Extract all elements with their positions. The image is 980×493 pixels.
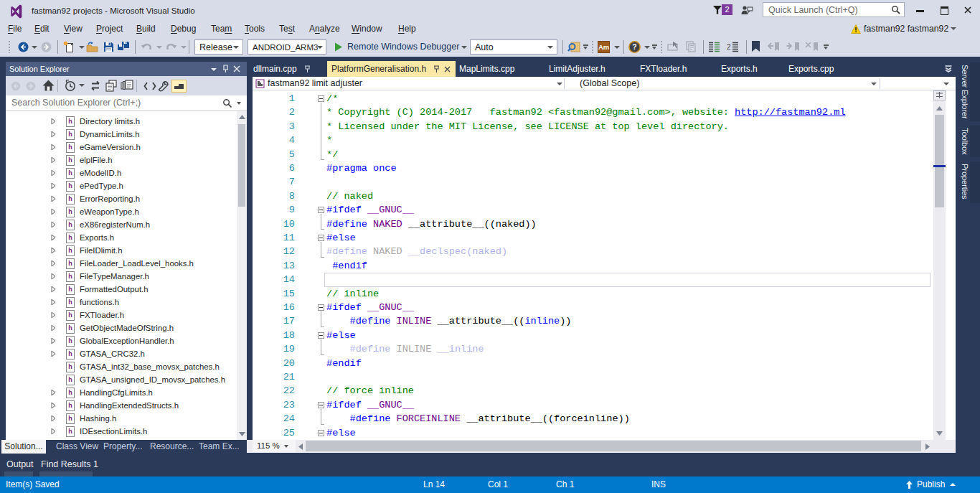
svg-text:?: ? <box>632 42 636 51</box>
svg-text:2: 2 <box>727 43 731 51</box>
